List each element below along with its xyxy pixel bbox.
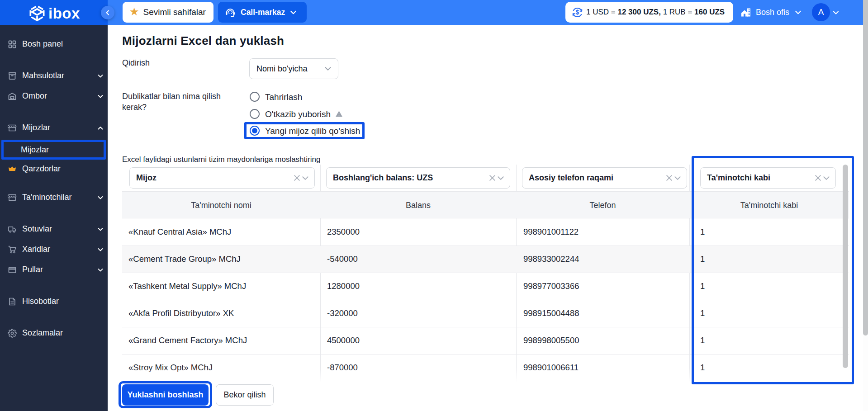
svg-text:$: $ [576, 9, 579, 16]
